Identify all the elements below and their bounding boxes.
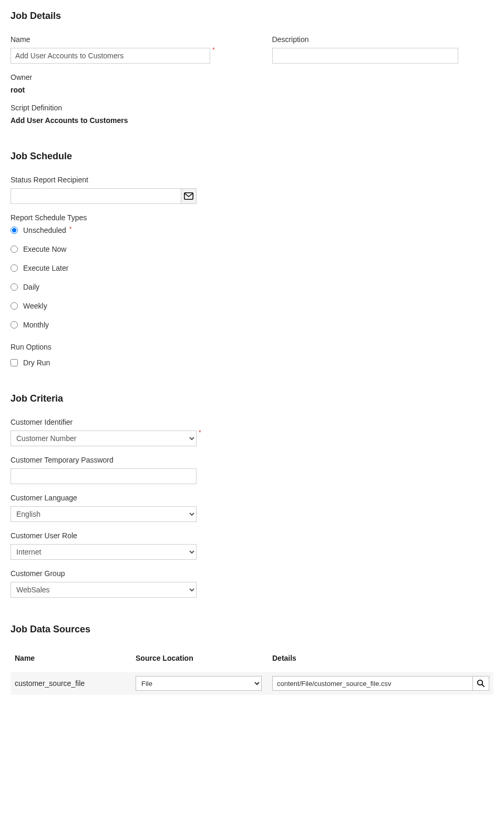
section-job-details: Job Details Name * Description Owner roo…: [11, 11, 493, 125]
select-customer-user-role[interactable]: Internet: [11, 544, 197, 560]
section-job-criteria: Job Criteria Customer Identifier Custome…: [11, 393, 493, 598]
label-customer-temp-password: Customer Temporary Password: [11, 456, 493, 464]
radio-label-unscheduled[interactable]: Unscheduled: [23, 226, 66, 234]
checkbox-label-dry-run[interactable]: Dry Run: [23, 358, 50, 367]
required-asterisk: *: [199, 429, 201, 436]
input-job-description[interactable]: [272, 48, 458, 64]
label-customer-user-role: Customer User Role: [11, 531, 493, 540]
heading-job-schedule: Job Schedule: [11, 151, 493, 162]
radio-execute-now[interactable]: [11, 245, 18, 253]
label-name: Name: [11, 35, 232, 44]
select-customer-identifier[interactable]: Customer Number: [11, 431, 197, 446]
input-customer-temp-password[interactable]: [11, 468, 197, 484]
radio-label-weekly[interactable]: Weekly: [23, 302, 47, 310]
svg-line-2: [482, 684, 484, 686]
col-header-source-location: Source Location: [131, 649, 268, 672]
radio-unscheduled[interactable]: [11, 227, 18, 234]
radio-label-execute-later[interactable]: Execute Later: [23, 264, 68, 272]
select-customer-group[interactable]: WebSales: [11, 582, 197, 598]
table-row: customer_source_file File: [11, 672, 493, 695]
required-asterisk: *: [212, 47, 215, 53]
label-customer-identifier: Customer Identifier: [11, 418, 493, 426]
value-script-definition: Add User Accounts to Customers: [11, 116, 493, 125]
button-email-recipient[interactable]: [181, 188, 197, 204]
mail-icon: [184, 192, 193, 200]
svg-point-1: [478, 680, 482, 685]
input-status-report-recipient[interactable]: [11, 188, 181, 204]
section-job-schedule: Job Schedule Status Report Recipient Rep…: [11, 151, 493, 367]
heading-job-details: Job Details: [11, 11, 493, 22]
heading-job-criteria: Job Criteria: [11, 393, 493, 404]
table-data-sources: Name Source Location Details customer_so…: [11, 649, 493, 695]
label-customer-group: Customer Group: [11, 569, 493, 578]
label-run-options: Run Options: [11, 343, 493, 351]
cell-ds-name: customer_source_file: [11, 672, 131, 695]
radio-weekly[interactable]: [11, 302, 18, 310]
input-job-name[interactable]: [11, 48, 210, 64]
input-ds-details[interactable]: [272, 676, 472, 691]
value-owner: root: [11, 86, 493, 94]
button-browse-file[interactable]: [472, 676, 489, 691]
label-customer-language: Customer Language: [11, 494, 493, 502]
select-source-location[interactable]: File: [136, 676, 262, 691]
radio-label-monthly[interactable]: Monthly: [23, 321, 49, 329]
radio-monthly[interactable]: [11, 321, 18, 329]
col-header-name: Name: [11, 649, 131, 672]
radio-execute-later[interactable]: [11, 264, 18, 272]
radio-group-schedule-types: Unscheduled * Execute Now Execute Later …: [11, 226, 493, 329]
required-asterisk: *: [69, 226, 72, 232]
label-script-definition: Script Definition: [11, 104, 493, 112]
search-icon: [477, 679, 485, 688]
label-status-report-recipient: Status Report Recipient: [11, 176, 493, 184]
col-header-details: Details: [268, 649, 493, 672]
label-report-schedule-types: Report Schedule Types: [11, 213, 493, 222]
label-owner: Owner: [11, 73, 493, 81]
checkbox-dry-run[interactable]: [11, 359, 18, 366]
radio-label-daily[interactable]: Daily: [23, 283, 39, 291]
radio-label-execute-now[interactable]: Execute Now: [23, 245, 66, 253]
select-customer-language[interactable]: English: [11, 506, 197, 522]
heading-job-data-sources: Job Data Sources: [11, 624, 493, 635]
section-job-data-sources: Job Data Sources Name Source Location De…: [11, 624, 493, 695]
radio-daily[interactable]: [11, 283, 18, 291]
label-description: Description: [272, 35, 494, 44]
